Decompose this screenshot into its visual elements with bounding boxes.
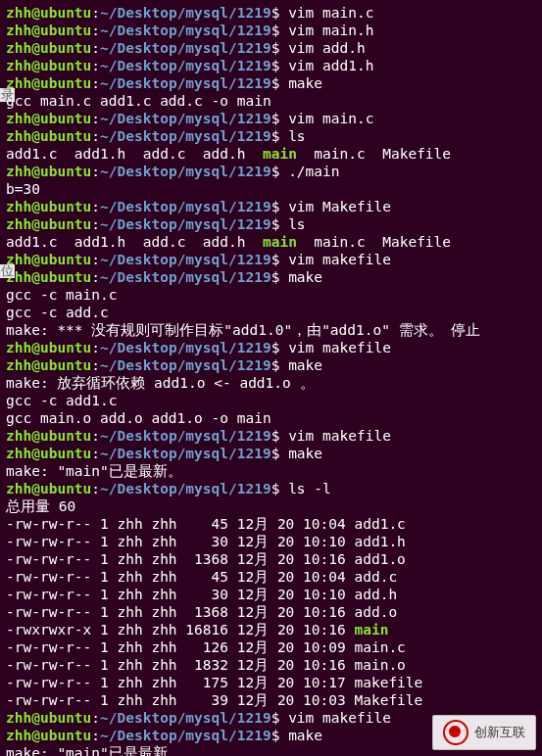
prompt-path: ~/Desktop/mysql/1219 [100,710,271,726]
prompt-path: ~/Desktop/mysql/1219 [100,216,271,232]
prompt-colon: : [91,111,100,126]
prompt-path: ~/Desktop/mysql/1219 [100,164,271,179]
prompt-path: ~/Desktop/mysql/1219 [100,75,271,91]
terminal-line: gcc main.c add1.c add.c -o main [6,92,536,110]
ls-item: main.c [314,234,365,250]
command-text: make [288,269,322,285]
prompt-dollar: $ [271,428,280,444]
prompt-host: ubuntu [40,446,91,461]
ls-item: Makefile [382,234,451,250]
terminal-line: -rw-rw-r-- 1 zhh zhh 175 12月 20 10:17 ma… [6,674,536,691]
prompt-colon: : [91,446,100,461]
prompt-dollar: $ [271,216,280,232]
prompt-colon: : [91,5,100,21]
terminal-output-area[interactable]: zhh@ubuntu:~/Desktop/mysql/1219$ vim mai… [6,4,536,756]
ui-fragment-2: 位 [0,264,15,278]
prompt-at: @ [31,128,40,144]
terminal-line: zhh@ubuntu:~/Desktop/mysql/1219$ vim mai… [6,4,536,22]
prompt-dollar: $ [271,164,280,179]
prompt-colon: : [91,269,100,285]
prompt-dollar: $ [271,481,280,496]
terminal-line: make: 放弃循环依赖 add1.o <- add1.o 。 [6,374,536,392]
prompt-host: ubuntu [40,340,91,355]
prompt-host: ubuntu [40,5,91,21]
prompt-colon: : [91,428,100,444]
command-text: ls [288,216,305,232]
ls-item: add.c [143,234,186,250]
prompt-colon: : [91,252,100,267]
prompt-colon: : [91,710,100,726]
terminal-line: gcc -c main.c [6,286,536,304]
prompt-at: @ [31,340,40,355]
terminal-line: zhh@ubuntu:~/Desktop/mysql/1219$ make [6,445,536,462]
command-text: vim main.c [288,5,373,21]
prompt-host: ubuntu [40,164,91,179]
terminal-line: gcc -c add1.c [6,392,536,409]
prompt-at: @ [31,728,40,743]
ls-item: add1.c [6,234,57,250]
prompt-at: @ [31,5,40,21]
prompt-at: @ [31,75,40,91]
ls-item: add1.h [74,234,125,250]
prompt-path: ~/Desktop/mysql/1219 [100,199,271,214]
prompt-path: ~/Desktop/mysql/1219 [100,40,271,56]
terminal-line: zhh@ubuntu:~/Desktop/mysql/1219$ ./main [6,163,536,180]
prompt-host: ubuntu [40,481,91,496]
command-text: ls -l [288,481,331,496]
prompt-colon: : [91,128,100,144]
prompt-user: zhh [6,428,31,444]
terminal-line: add1.c add1.h add.c add.h main main.c Ma… [6,145,536,163]
prompt-colon: : [91,199,100,214]
prompt-host: ubuntu [40,428,91,444]
terminal-line: zhh@ubuntu:~/Desktop/mysql/1219$ vim mak… [6,339,536,356]
ui-fragment-1: 录 [0,88,15,102]
terminal-line: zhh@ubuntu:~/Desktop/mysql/1219$ vim add… [6,39,536,57]
terminal-line: -rwxrwxr-x 1 zhh zhh 16816 12月 20 10:16 … [6,621,536,638]
command-text: vim makefile [288,340,391,355]
prompt-host: ubuntu [40,199,91,214]
prompt-user: zhh [6,164,31,179]
command-text: ls [288,128,305,144]
prompt-at: @ [31,199,40,214]
command-text: vim main.c [288,111,373,126]
terminal-line: zhh@ubuntu:~/Desktop/mysql/1219$ vim mak… [6,251,536,268]
command-text: vim makefile [288,252,391,267]
prompt-user: zhh [6,216,31,232]
prompt-dollar: $ [271,446,280,461]
prompt-dollar: $ [271,357,280,373]
terminal-line: -rw-rw-r-- 1 zhh zhh 1832 12月 20 10:16 m… [6,656,536,674]
prompt-path: ~/Desktop/mysql/1219 [100,269,271,285]
prompt-host: ubuntu [40,216,91,232]
prompt-path: ~/Desktop/mysql/1219 [100,252,271,267]
terminal-line: zhh@ubuntu:~/Desktop/mysql/1219$ make [6,74,536,92]
terminal-line: -rw-rw-r-- 1 zhh zhh 1368 12月 20 10:16 a… [6,550,536,568]
prompt-path: ~/Desktop/mysql/1219 [100,128,271,144]
prompt-colon: : [91,75,100,91]
prompt-path: ~/Desktop/mysql/1219 [100,481,271,496]
prompt-host: ubuntu [40,111,91,126]
command-text: make [288,446,322,461]
prompt-at: @ [31,252,40,267]
terminal-line: zhh@ubuntu:~/Desktop/mysql/1219$ vim mak… [6,427,536,445]
prompt-user: zhh [6,728,31,743]
prompt-host: ubuntu [40,357,91,373]
ls-item: add.c [143,146,186,162]
prompt-at: @ [31,111,40,126]
prompt-path: ~/Desktop/mysql/1219 [100,728,271,743]
prompt-user: zhh [6,199,31,214]
prompt-dollar: $ [271,340,280,355]
command-text: vim add.h [288,40,366,56]
prompt-dollar: $ [271,111,280,126]
prompt-colon: : [91,216,100,232]
prompt-user: zhh [6,446,31,461]
prompt-user: zhh [6,357,31,373]
prompt-user: zhh [6,340,31,355]
command-text: vim add1.h [288,58,373,73]
ls-item: add.h [203,234,246,250]
prompt-path: ~/Desktop/mysql/1219 [100,428,271,444]
prompt-path: ~/Desktop/mysql/1219 [100,58,271,73]
prompt-path: ~/Desktop/mysql/1219 [100,340,271,355]
terminal-line: b=30 [6,180,536,198]
ls-item: add1.h [74,146,125,162]
prompt-colon: : [91,481,100,496]
